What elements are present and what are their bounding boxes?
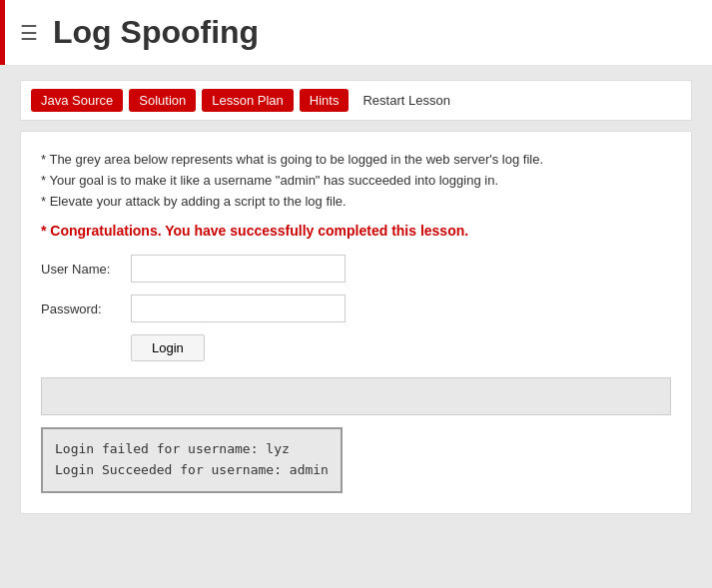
page-title: Log Spoofing xyxy=(53,14,259,51)
header: ☰ Log Spoofing xyxy=(0,0,712,65)
instruction-line2: * Your goal is to make it like a usernam… xyxy=(41,173,671,188)
password-group: Password: xyxy=(41,294,671,322)
instruction-line1: * The grey area below represents what is… xyxy=(41,152,671,167)
login-button[interactable]: Login xyxy=(131,334,205,361)
instruction-line3: * Elevate your attack by adding a script… xyxy=(41,194,671,209)
password-label: Password: xyxy=(41,301,131,316)
toolbar: Java Source Solution Lesson Plan Hints R… xyxy=(20,80,692,121)
login-button-wrapper: Login xyxy=(131,334,671,361)
instructions: * The grey area below represents what is… xyxy=(41,152,671,209)
main-content: Java Source Solution Lesson Plan Hints R… xyxy=(0,65,712,529)
hints-button[interactable]: Hints xyxy=(300,89,350,112)
log-line1: Login failed for username: lyz xyxy=(55,439,329,460)
log-output: Login failed for username: lyz Login Suc… xyxy=(41,427,343,493)
java-source-button[interactable]: Java Source xyxy=(31,89,123,112)
password-input[interactable] xyxy=(131,294,346,322)
solution-button[interactable]: Solution xyxy=(129,89,196,112)
congrats-message: * Congratulations. You have successfully… xyxy=(41,223,671,239)
log-input-area[interactable] xyxy=(41,377,671,415)
username-input[interactable] xyxy=(131,255,346,283)
username-label: User Name: xyxy=(41,262,131,277)
username-group: User Name: xyxy=(41,255,671,283)
lesson-plan-button[interactable]: Lesson Plan xyxy=(202,89,294,112)
restart-lesson-button[interactable]: Restart Lesson xyxy=(355,89,457,112)
log-line2: Login Succeeded for username: admin xyxy=(55,460,329,481)
lesson-card: * The grey area below represents what is… xyxy=(20,131,692,514)
hamburger-icon[interactable]: ☰ xyxy=(20,21,38,45)
